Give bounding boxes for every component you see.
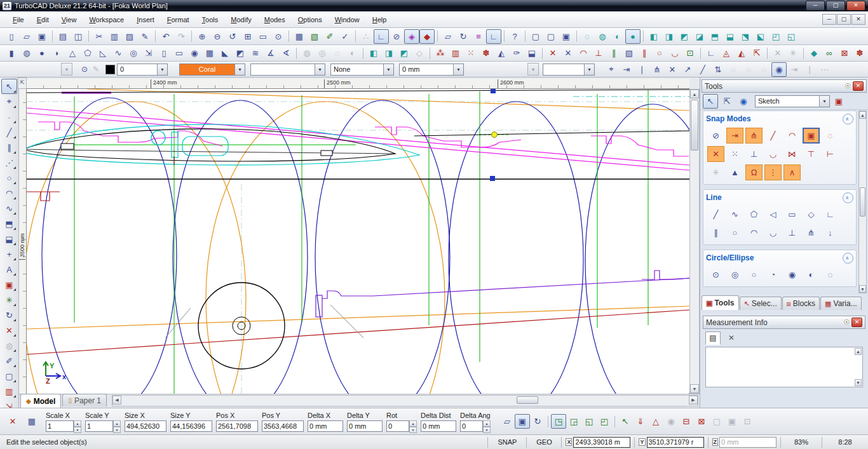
spinner[interactable]: ▲▼ — [483, 420, 491, 432]
rod-button[interactable]: ▭ — [172, 46, 187, 60]
render-quality-button[interactable]: ● — [625, 29, 641, 44]
paste-option-1-button[interactable]: ▢ — [709, 414, 724, 429]
snap-vertical-ref-button[interactable]: ⊤ — [803, 146, 820, 162]
copy-entity-button[interactable]: ▱ — [440, 29, 456, 44]
pyramid-button[interactable]: ⬠ — [80, 46, 95, 60]
circle-tan-3-entities-button[interactable]: ◌ — [822, 267, 839, 283]
scroll-up-icon[interactable]: ▲ — [690, 90, 699, 98]
cut-button[interactable]: ✂ — [92, 29, 107, 44]
palette-tab-varia[interactable]: ▦Varia... — [820, 297, 862, 310]
select-cursor-button[interactable]: ↖ — [618, 414, 633, 429]
render-draft-button[interactable]: ◐ — [610, 29, 625, 44]
field-input[interactable]: 0 — [460, 420, 483, 432]
snap-both-button[interactable]: ⇅ — [710, 62, 726, 77]
extra-dropdown-1[interactable]: ▼ — [527, 63, 539, 76]
snap-angular-button[interactable]: ∧ — [783, 164, 801, 180]
rotate-entity-button[interactable]: ↻ — [456, 29, 471, 44]
cone-button[interactable]: △ — [65, 46, 80, 60]
snap-quadrant-button[interactable]: ◌ — [822, 128, 839, 144]
scroll-down-icon[interactable]: ▼ — [690, 384, 699, 393]
line-width-dropdown-icon[interactable]: ▼ — [453, 64, 463, 75]
array-rect-button[interactable]: ⁙ — [463, 46, 478, 60]
polyline-edit-button[interactable]: ◬ — [719, 46, 734, 60]
pushpin-icon[interactable]: ☉ — [844, 82, 851, 90]
line-axonometric-button[interactable]: ↓ — [822, 225, 839, 241]
circle-3-point-button[interactable]: ◐ — [803, 267, 820, 283]
menu-file[interactable]: File — [6, 14, 31, 25]
palette-scrollbar[interactable]: ▲ ▼ — [858, 111, 867, 293]
snap-line-button[interactable]: ╱ — [695, 62, 710, 77]
hatch-button[interactable]: ✐ — [1, 353, 17, 368]
line-polygon-button[interactable]: ⬠ — [745, 206, 763, 222]
circle-button[interactable]: ○ — [1, 170, 17, 185]
workplane-entity-button[interactable]: ◲ — [566, 414, 581, 429]
snap-vertex-button[interactable]: ⇥ — [726, 128, 743, 144]
snap-projection-button[interactable]: ⊥ — [745, 146, 763, 162]
toolbox-button[interactable]: ▣ — [831, 94, 846, 109]
menu-options[interactable]: Options — [292, 14, 329, 25]
measurement-delete-icon[interactable]: ✕ — [724, 332, 738, 344]
menu-tools[interactable]: Tools — [196, 14, 225, 25]
rect-mod-button[interactable]: ⊡ — [682, 46, 698, 60]
boolean-intersect-button[interactable]: ◌ — [330, 46, 345, 60]
insert-image-button[interactable]: ▣ — [1, 277, 17, 292]
coordinate-x-input[interactable]: 2493,39018 m — [573, 437, 630, 448]
horizontal-scroll-thumb[interactable] — [517, 396, 538, 404]
view-sw-iso-button[interactable]: ◰ — [768, 29, 783, 44]
pattern-combo[interactable]: None▼ — [330, 64, 394, 76]
menu-edit[interactable]: Edit — [31, 14, 55, 25]
palette-scroll-thumb[interactable] — [860, 187, 865, 217]
cylinder-button[interactable]: ▯ — [156, 46, 172, 60]
palette-select-button[interactable]: ↖ — [703, 94, 718, 109]
calculator-button[interactable]: ▦ — [24, 414, 39, 429]
fillet-button[interactable]: ◠ — [576, 46, 591, 60]
zoom-out-button[interactable]: ⊖ — [210, 29, 225, 44]
open-palette-button[interactable]: ▧ — [307, 29, 322, 44]
context-help-button[interactable]: ? — [507, 29, 522, 44]
shell-button[interactable]: ◐ — [345, 46, 360, 60]
facet-delete-button[interactable]: ◇ — [412, 46, 427, 60]
tools-panel-titlebar[interactable]: Tools ☉ ✕ — [702, 79, 867, 93]
corner-edit-button[interactable]: ∟ — [703, 46, 719, 60]
spinner[interactable]: ▲▼ — [409, 420, 417, 432]
solid-button[interactable]: ⬓ — [1, 231, 17, 246]
arc-mod-button[interactable]: ◡ — [667, 46, 682, 60]
mesh-button[interactable]: ▦ — [202, 46, 217, 60]
reference-point-marker-datum[interactable] — [490, 176, 495, 181]
field-input[interactable]: 0 mm — [347, 420, 383, 432]
spline-3d-button[interactable]: ≋ — [248, 46, 263, 60]
undo-button[interactable]: ↶ — [158, 29, 173, 44]
maximize-button[interactable]: ▢ — [826, 1, 845, 11]
snap-segment-button[interactable]: ∣ — [634, 62, 649, 77]
line-style-combo[interactable]: ▼ — [250, 64, 325, 76]
gray-star-button[interactable]: ✳ — [785, 46, 801, 60]
gray-trim-button[interactable]: ✕ — [770, 46, 785, 60]
sphere-node-button[interactable]: ◍ — [19, 46, 34, 60]
duplicate-button[interactable]: ▥ — [448, 46, 463, 60]
line-bisector-button[interactable]: ⋔ — [803, 225, 820, 241]
minimize-button[interactable]: ─ — [806, 1, 825, 11]
snap-ortho-button[interactable]: Ω — [745, 164, 763, 180]
field-input[interactable]: 3563,4668 — [262, 420, 304, 432]
canvas-horizontal-scrollbar[interactable]: ◀ ▶ — [112, 395, 698, 406]
zoom-in-button[interactable]: ⊕ — [194, 29, 210, 44]
user-profile-button[interactable]: ◉ — [663, 414, 679, 429]
plate-button[interactable]: ◩ — [233, 46, 248, 60]
no-snap-mode-button[interactable]: ⊘ — [389, 29, 404, 44]
copy-button[interactable]: ▥ — [107, 29, 122, 44]
measurement-pushpin-icon[interactable]: ☉ — [843, 318, 850, 326]
sphere-button[interactable]: ● — [34, 46, 50, 60]
snap-aperture-button[interactable]: ⌖ — [604, 62, 619, 77]
t-meet-button[interactable]: ⊥ — [591, 46, 606, 60]
edit-rotate-button[interactable]: ↻ — [530, 414, 545, 429]
snap-v-button[interactable]: ∣ — [802, 62, 817, 77]
snap-more-button[interactable]: ⋯ — [817, 62, 832, 77]
view-iso-button[interactable]: ◧ — [646, 29, 661, 44]
zoom-window-button[interactable]: ⊞ — [240, 29, 255, 44]
scatter-button[interactable]: ⁂ — [433, 46, 448, 60]
slope-button[interactable]: ◣ — [217, 46, 233, 60]
selection-style-dropdown[interactable]: ▼ — [61, 63, 72, 76]
view-right-button[interactable]: ⬒ — [707, 29, 722, 44]
ortho-mode-button[interactable]: ∟ — [374, 29, 389, 44]
lamp-blue-button[interactable]: ◈ — [404, 29, 419, 44]
